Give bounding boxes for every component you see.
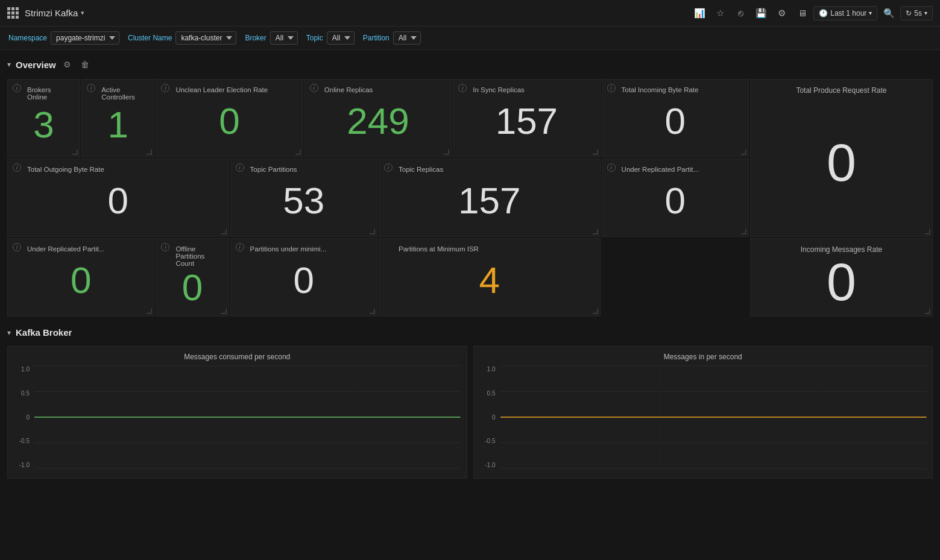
- card-online-replicas: i Online Replicas 249: [304, 79, 452, 157]
- card-in-sync-replicas: i In Sync Replicas 157: [453, 79, 600, 157]
- overview-title: Overview: [16, 60, 56, 70]
- info-icon-partitions-mini[interactable]: i: [236, 243, 244, 251]
- resize-handle[interactable]: [593, 229, 598, 234]
- card-value-active-controllers: 1: [90, 101, 145, 148]
- filterbar: Namespace paygate-strimzi Cluster Name k…: [0, 27, 940, 50]
- resize-handle[interactable]: [370, 309, 375, 314]
- card-value-partitions-min-isr: 4: [388, 253, 591, 307]
- overview-toggle[interactable]: ▾: [7, 60, 11, 69]
- kafka-broker-toggle[interactable]: ▾: [7, 329, 11, 337]
- share-button[interactable]: ⎋: [731, 4, 749, 22]
- resize-handle[interactable]: [221, 309, 227, 314]
- app-title: Strimzi Kafka ▾: [25, 8, 84, 18]
- app-title-caret[interactable]: ▾: [81, 9, 84, 17]
- info-icon-brokers-online[interactable]: i: [13, 84, 21, 92]
- chart-messages-in: Messages in per second 1.0 0.5 0 -0.5 -1…: [473, 346, 933, 479]
- card-value-under-replicated-2: 0: [16, 253, 145, 307]
- chart-plot-in: [500, 366, 927, 468]
- info-icon-topic-replicas[interactable]: i: [384, 163, 393, 172]
- info-icon-topic-partitions[interactable]: i: [236, 163, 244, 172]
- card-value-topic-partitions: 53: [239, 173, 368, 228]
- partition-select[interactable]: All: [393, 31, 421, 45]
- info-icon-online-replicas[interactable]: i: [310, 84, 318, 92]
- card-partitions-mini: i Partitions under minimi... 0: [230, 238, 377, 316]
- topbar: Strimzi Kafka ▾ 📊 ☆ ⎋ 💾 ⚙ 🖥 🕐 Last 1 hou…: [0, 0, 940, 27]
- info-icon-under-replicated-1[interactable]: i: [607, 163, 616, 172]
- info-icon-active-controllers[interactable]: i: [87, 84, 95, 92]
- resize-handle[interactable]: [593, 149, 598, 155]
- card-title-in-sync-replicas: In Sync Replicas: [473, 86, 591, 93]
- resize-handle[interactable]: [370, 229, 375, 234]
- time-range-picker[interactable]: 🕐 Last 1 hour ▾: [813, 6, 877, 20]
- overview-trash-button[interactable]: 🗑: [78, 58, 92, 71]
- card-partitions-min-isr: Partitions at Minimum ISR 4: [379, 238, 601, 316]
- filter-cluster-name: Cluster Name kafka-cluster: [128, 31, 236, 45]
- resize-handle[interactable]: [295, 149, 301, 155]
- cluster-name-label: Cluster Name: [128, 34, 172, 42]
- resize-handle[interactable]: [147, 309, 152, 314]
- topic-label: Topic: [306, 34, 323, 42]
- refresh-control[interactable]: ↻ 5s ▾: [900, 6, 933, 20]
- star-button[interactable]: ☆: [711, 4, 729, 22]
- card-topic-partitions: i Topic Partitions 53: [230, 159, 377, 237]
- chart-title-in: Messages in per second: [480, 353, 927, 361]
- time-caret-icon: ▾: [869, 10, 872, 16]
- chart-yaxis-in: 1.0 0.5 0 -0.5 -1.0: [480, 366, 498, 468]
- card-title-topic-replicas: Topic Replicas: [399, 166, 591, 173]
- chart-area-in: 1.0 0.5 0 -0.5 -1.0: [480, 366, 927, 468]
- resize-handle[interactable]: [741, 149, 746, 155]
- card-value-in-sync-replicas: 157: [462, 93, 591, 148]
- topbar-right: 📊 ☆ ⎋ 💾 ⚙ 🖥 🕐 Last 1 hour ▾ 🔍 ↻ 5s ▾: [690, 4, 933, 22]
- add-panel-button[interactable]: 📊: [690, 4, 708, 22]
- overview-gear-button[interactable]: ⚙: [61, 58, 74, 71]
- card-title-total-produce: Total Produce Request Rate: [759, 86, 924, 95]
- resize-handle[interactable]: [925, 229, 930, 234]
- info-icon-offline-partitions[interactable]: i: [161, 243, 169, 251]
- card-title-brokers-online: Brokers Online: [27, 86, 71, 101]
- save-button[interactable]: 💾: [752, 4, 770, 22]
- resize-handle[interactable]: [593, 309, 598, 314]
- broker-charts: Messages consumed per second 1.0 0.5 0 -…: [7, 346, 933, 479]
- app-menu-icon[interactable]: [7, 7, 19, 19]
- chart-svg-consumed: [34, 366, 461, 468]
- card-value-online-replicas: 249: [314, 93, 443, 148]
- namespace-select[interactable]: paygate-strimzi: [51, 31, 119, 45]
- card-title-partitions-min-isr: Partitions at Minimum ISR: [399, 245, 591, 253]
- info-icon-under-replicated-2[interactable]: i: [13, 243, 21, 251]
- topic-select[interactable]: All: [327, 31, 355, 45]
- topbar-left: Strimzi Kafka ▾: [7, 7, 84, 19]
- card-value-unclean-leader: 0: [165, 93, 294, 148]
- info-icon-unclean-leader[interactable]: i: [161, 84, 169, 92]
- resize-handle[interactable]: [221, 229, 227, 234]
- card-title-total-incoming: Total Incoming Byte Rate: [622, 86, 740, 93]
- card-value-under-replicated-1: 0: [611, 173, 740, 228]
- card-total-outgoing: i Total Outgoing Byte Rate 0: [7, 159, 229, 237]
- card-incoming-messages-rate: Incoming Messages Rate 0: [750, 238, 933, 316]
- info-icon-in-sync-replicas[interactable]: i: [458, 84, 467, 92]
- resize-handle[interactable]: [147, 149, 152, 155]
- info-icon-total-incoming[interactable]: i: [607, 84, 616, 92]
- tv-button[interactable]: 🖥: [793, 4, 811, 22]
- resize-handle[interactable]: [444, 149, 449, 155]
- card-value-total-incoming: 0: [611, 93, 740, 148]
- broker-select[interactable]: All: [270, 31, 298, 45]
- card-value-brokers-online: 3: [16, 101, 71, 148]
- card-unclean-leader: i Unclean Leader Election Rate 0: [156, 79, 303, 157]
- filter-partition: Partition All: [363, 31, 421, 45]
- info-icon-total-outgoing[interactable]: i: [13, 163, 21, 172]
- filter-namespace: Namespace paygate-strimzi: [8, 31, 119, 45]
- card-title-offline-partitions: Offline Partitions Count: [175, 245, 219, 267]
- search-button[interactable]: 🔍: [880, 4, 898, 22]
- card-value-offline-partitions: 0: [165, 267, 219, 307]
- cluster-name-select[interactable]: kafka-cluster: [175, 31, 236, 45]
- resize-handle[interactable]: [741, 229, 746, 234]
- card-total-produce-request: Total Produce Request Rate 0: [750, 79, 933, 237]
- resize-handle[interactable]: [72, 149, 78, 155]
- chart-title-consumed: Messages consumed per second: [14, 353, 461, 361]
- card-active-controllers: i Active Controllers 1: [81, 79, 154, 157]
- chart-svg-in: [500, 366, 927, 468]
- card-title-unclean-leader: Unclean Leader Election Rate: [175, 86, 294, 93]
- card-offline-partitions: i Offline Partitions Count 0: [156, 238, 229, 316]
- settings-button[interactable]: ⚙: [772, 4, 790, 22]
- resize-handle[interactable]: [925, 309, 930, 314]
